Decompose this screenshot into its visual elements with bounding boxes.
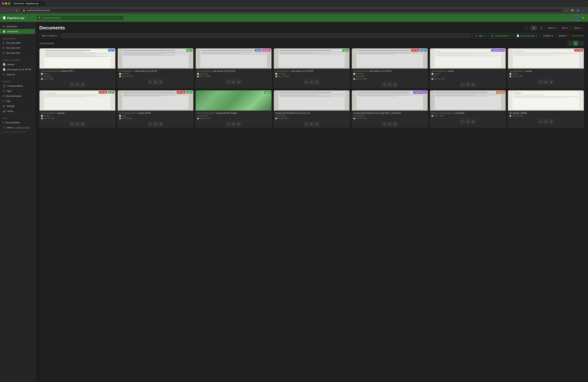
download-button[interactable]: ⬇ — [549, 80, 554, 84]
menu-icon[interactable]: ⋮ — [581, 8, 586, 13]
table-row[interactable]: A Simple PDF File — [39, 90, 115, 128]
search-input[interactable] — [42, 17, 122, 19]
table-row[interactable]: Test Tag Tag 3 Test Correspondent: sampl… — [118, 90, 194, 128]
download-button[interactable]: ⬇ — [80, 122, 85, 126]
preview-button[interactable]: 👁 — [387, 82, 392, 87]
sidebar-item-logs[interactable]: ≡ Logs — [0, 99, 35, 103]
preview-button[interactable]: 👁 — [465, 82, 470, 87]
table-row[interactable]: Tag 3 Correspondent 2: pdf-sample 10.24.… — [118, 48, 194, 88]
preview-button[interactable]: 👁 — [231, 122, 236, 126]
tab-close-btn[interactable]: ✕ — [40, 2, 42, 5]
download-button[interactable]: ⬇ — [315, 80, 319, 84]
preview-button[interactable]: 👁 — [153, 122, 158, 126]
edit-button[interactable]: ✏ — [148, 80, 152, 84]
tags-filter[interactable]: 🏷 Tags ▾ — [473, 33, 487, 38]
table-row[interactable]: NewOne Newest Correspondent: f_combineds… — [430, 90, 506, 128]
sidebar-item-documents[interactable]: 📋 Documents — [0, 29, 35, 34]
sidebar-item-view-and[interactable]: ⊻ Test View AND — [0, 40, 35, 45]
sidebar-item-settings[interactable]: ⚙ Settings — [0, 103, 35, 108]
suggest-link[interactable]: Suggest an idea — [15, 126, 29, 129]
table-row[interactable]: Lorem ipsum Lorem ipsum dolor sit amet, … — [508, 90, 584, 128]
select-button[interactable]: Select ▾ — [546, 25, 558, 30]
sidebar-item-tags[interactable]: 🏷 Tags — [0, 88, 35, 93]
sidebar-item-sample[interactable]: 📄 sample — [0, 62, 35, 67]
sidebar-item-dashboard[interactable]: ⊟ Dashboard — [0, 24, 35, 29]
sidebar-item-github[interactable]: ⬡ GitHub Suggest an idea — [0, 125, 35, 130]
preview-button[interactable]: 👁 — [309, 80, 314, 84]
preview-button[interactable]: 👁 — [75, 122, 80, 126]
new-tab-button[interactable]: + — [46, 1, 50, 5]
created-filter[interactable]: Created ▾ — [541, 33, 555, 38]
current-page-btn[interactable]: 1 — [573, 41, 578, 46]
preview-button[interactable]: 👁 — [544, 80, 548, 84]
maximize-button[interactable] — [8, 2, 10, 4]
edit-button[interactable]: ✏ — [460, 82, 465, 87]
download-button[interactable]: ⬇ — [393, 82, 398, 87]
edit-button[interactable]: ✏ — [70, 82, 74, 87]
download-button[interactable]: ⬇ — [471, 119, 476, 124]
sidebar-item-close-all[interactable]: ✕ Close all — [0, 72, 35, 77]
download-button[interactable]: ⬇ — [236, 80, 241, 84]
download-button[interactable]: ⬇ — [471, 82, 476, 87]
next-page-btn[interactable]: » — [579, 41, 584, 46]
minimize-button[interactable] — [5, 2, 7, 4]
sidebar-item-admin[interactable]: 👥 Admin — [0, 108, 35, 114]
edit-button[interactable]: ✏ — [226, 80, 231, 84]
download-button[interactable]: ⬇ — [80, 82, 85, 87]
reset-filters-btn[interactable]: × Reset filters — [570, 34, 584, 37]
preview-button[interactable]: 👁 — [231, 80, 236, 84]
sidebar-item-view-not[interactable]: ⊻ Test View NOT — [0, 50, 35, 55]
search-bar[interactable]: 🔍 — [36, 16, 124, 20]
bookmark-icon[interactable]: ☆ — [564, 8, 569, 13]
edit-button[interactable]: ✏ — [538, 80, 543, 84]
download-button[interactable]: ⬇ — [159, 80, 163, 84]
forward-button[interactable]: → — [8, 8, 13, 13]
title-content-filter[interactable]: Title & content ▾ — [39, 33, 60, 38]
table-row[interactable]: A Simple — [430, 48, 506, 88]
table-row[interactable]: Tag 2 NewOne Correspondent 2: pdf-sample… — [195, 48, 272, 88]
views-button[interactable]: Views ▾ — [572, 25, 584, 30]
correspondent-filter[interactable]: 👤 Correspondent ▾ — [488, 33, 513, 38]
sidebar-item-correspondents[interactable]: 👤 Correspondents — [0, 83, 35, 88]
table-row[interactable]: TagWithPartial sample-pdf-download-10-mb… — [352, 90, 428, 128]
detail-view-btn[interactable]: ⊟ — [538, 25, 545, 30]
close-button[interactable] — [2, 2, 4, 4]
preview-button[interactable]: 👁 — [387, 122, 392, 126]
download-button[interactable]: ⬇ — [159, 122, 163, 126]
preview-button[interactable]: 👁 — [465, 119, 470, 124]
active-tab[interactable]: Documents - Paperless-ngx ✕ — [11, 1, 45, 6]
address-bar[interactable]: 🔒 localhost:4200/documents — [20, 8, 563, 12]
sidebar-item-pdf-sample[interactable]: 📄 pdf-sample 10.24.48 PM — [0, 67, 35, 72]
preview-button[interactable]: 👁 — [75, 82, 80, 87]
edit-button[interactable]: ✏ — [148, 122, 152, 126]
table-row[interactable]: sample-pdf-download-10-mb copy_red # 112… — [274, 90, 350, 128]
filter-input[interactable] — [61, 33, 471, 38]
sort-button[interactable]: Sort ▾ — [560, 25, 570, 30]
prev-page-btn[interactable]: « — [567, 41, 572, 46]
extensions-icon[interactable]: 🧩 — [570, 8, 575, 13]
sidebar-item-document-types[interactable]: # Document types — [0, 93, 35, 99]
download-button[interactable]: ⬇ — [393, 122, 398, 126]
edit-button[interactable]: ✏ — [382, 82, 387, 87]
table-row[interactable]: Test Tag Tag 2 Correspondent 2: pdf-samp… — [352, 48, 428, 88]
preview-button[interactable]: 👁 — [309, 122, 314, 126]
list-view-btn[interactable]: ≡ — [524, 25, 529, 30]
edit-button[interactable]: ✏ — [382, 122, 387, 126]
doctype-filter[interactable]: 📄 Document type ▾ — [514, 33, 539, 38]
profile-icon[interactable]: 👤 — [576, 8, 580, 13]
user-avatar[interactable]: 👤 — [574, 15, 579, 20]
sidebar-item-view-any[interactable]: ⊻ Test View ANY — [0, 45, 35, 50]
preview-button[interactable]: 👁 — [153, 80, 158, 84]
edit-button[interactable]: ✏ — [304, 122, 309, 126]
download-button[interactable]: ⬇ — [549, 119, 554, 124]
download-button[interactable]: ⬇ — [315, 122, 319, 126]
added-filter[interactable]: Added ▾ — [556, 33, 569, 38]
sidebar-item-documentation[interactable]: ℹ Documentation — [0, 120, 35, 125]
table-row[interactable]: Tag 3 Test Correspondent: sample-pdf-wit… — [195, 90, 272, 128]
table-row[interactable]: A Simple PDF File — [508, 48, 584, 88]
table-row[interactable]: Tag 3 Correspondent 2: pdf-sample 10.24.… — [274, 48, 350, 88]
download-button[interactable]: ⬇ — [236, 122, 241, 126]
table-row[interactable]: Tag 2 Test Correspondent: A Sample PDF 2… — [39, 48, 115, 88]
grid-view-btn[interactable]: ⊞ — [531, 25, 537, 30]
edit-button[interactable]: ✏ — [538, 119, 543, 124]
